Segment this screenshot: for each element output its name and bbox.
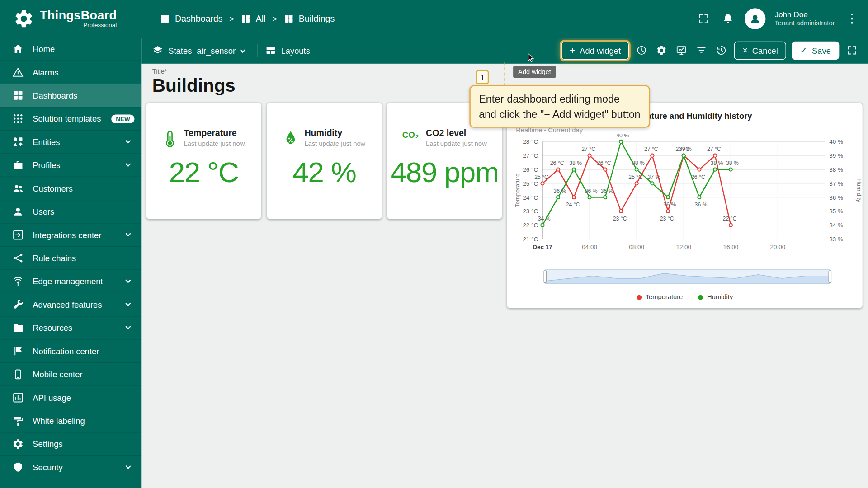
sidebar-item-entities[interactable]: Entities (0, 130, 141, 153)
svg-text:36 %: 36 % (829, 194, 843, 201)
time-window-button[interactable] (635, 43, 649, 58)
svg-text:24 °C: 24 °C (523, 194, 538, 201)
app-logo[interactable]: ThingsBoard Professional (0, 8, 141, 29)
sidebar-item-label: Alarms (33, 67, 134, 77)
cancel-button[interactable]: × Cancel (734, 41, 786, 59)
svg-text:38 %: 38 % (710, 160, 723, 166)
breadcrumb-item-dashboards[interactable]: Dashboards (160, 14, 223, 23)
svg-text:36 %: 36 % (695, 202, 708, 208)
sidebar-item-alarms[interactable]: Alarms (0, 60, 141, 83)
legend-item-temperature[interactable]: Temperature (637, 293, 683, 301)
version-control-button[interactable] (714, 43, 729, 58)
chevron-down-icon (125, 301, 131, 306)
sidebar-item-users[interactable]: Users (0, 200, 141, 223)
breadcrumb-item-buildings[interactable]: Buildings (284, 14, 335, 23)
sidebar-item-solution-templates[interactable]: Solution templatesNEW (0, 107, 141, 130)
svg-text:33 %: 33 % (829, 236, 843, 243)
settings-icon (12, 438, 24, 450)
sidebar-item-edge-management[interactable]: Edge management (0, 269, 141, 292)
sidebar-item-mobile-center[interactable]: Mobile center (0, 362, 141, 385)
add-widget-label: Add widget (580, 46, 621, 55)
sidebar-item-dashboards[interactable]: Dashboards (0, 84, 141, 107)
svg-text:40 %: 40 % (616, 134, 629, 138)
legend-dot-icon (698, 295, 703, 300)
sidebar-item-customers[interactable]: Customers (0, 177, 141, 200)
svg-text:34 %: 34 % (538, 216, 551, 222)
tutorial-callout: Enter dashboard editing mode and click t… (469, 85, 650, 128)
entities-icon (12, 136, 24, 148)
notification-icon (12, 345, 24, 357)
sidebar-item-label: Security (33, 463, 117, 472)
sidebar-item-security[interactable]: Security (0, 455, 141, 479)
chart-legend: TemperatureHumidity (507, 293, 863, 301)
svg-text:16:00: 16:00 (723, 244, 738, 250)
widget-card-humidity[interactable]: HumidityLast update just now42 % (267, 103, 382, 219)
widget-value: 489 ppm (387, 155, 502, 188)
svg-text:36 %: 36 % (585, 188, 598, 194)
sidebar-item-notification-center[interactable]: Notification center (0, 339, 141, 362)
breadcrumb: Dashboards>All>Buildings (160, 14, 335, 23)
sidebar-item-resources[interactable]: Resources (0, 316, 141, 339)
legend-label: Temperature (646, 293, 683, 301)
svg-text:26 °C: 26 °C (550, 160, 564, 166)
svg-text:08:00: 08:00 (629, 244, 644, 250)
sidebar-item-settings[interactable]: Settings (0, 432, 141, 455)
toolbar-fullscreen-button[interactable] (845, 43, 859, 58)
breadcrumb-separator: > (272, 14, 277, 23)
svg-text:Dec 17: Dec 17 (533, 244, 552, 250)
widget-value: 42 % (267, 155, 382, 188)
user-name: John Doe (774, 9, 835, 19)
sidebar-item-integrations-center[interactable]: Integrations center (0, 223, 141, 246)
dashboard-settings-button[interactable] (655, 43, 669, 58)
app-edition: Professional (40, 22, 117, 28)
filters-button[interactable] (694, 43, 709, 58)
avatar[interactable] (745, 8, 766, 29)
svg-text:25 °C: 25 °C (628, 174, 642, 180)
widget-card-thermometer[interactable]: TemperatureLast update just now22 °C (146, 103, 261, 219)
svg-text:26 °C: 26 °C (523, 166, 538, 173)
widget-card-titles: HumidityLast update just now (304, 128, 365, 148)
sidebar-item-home[interactable]: Home (0, 37, 141, 60)
layouts-button[interactable]: Layouts (259, 40, 316, 60)
sidebar-item-profiles[interactable]: Profiles (0, 153, 141, 176)
notifications-button[interactable] (720, 11, 736, 26)
sidebar-item-api-usage[interactable]: API usage (0, 385, 141, 408)
title-label: Title* (152, 67, 167, 75)
callout-line1: Enter dashboard editing mode (479, 91, 640, 107)
filter-icon (696, 45, 707, 56)
legend-item-humidity[interactable]: Humidity (698, 293, 733, 301)
sidebar-item-label: Notification center (33, 347, 134, 356)
save-button[interactable]: ✓ Save (792, 41, 839, 59)
sidebar-item-label: Solution templates (33, 114, 103, 123)
svg-text:38 %: 38 % (569, 160, 582, 166)
sidebar-item-label: Profiles (33, 160, 117, 170)
widget-subtitle: Last update just now (184, 140, 245, 148)
svg-text:23 °C: 23 °C (613, 216, 627, 222)
security-icon (12, 461, 24, 473)
fullscreen-button[interactable] (696, 11, 712, 26)
app-name: ThingsBoard (40, 9, 117, 22)
mobile-icon (12, 369, 24, 380)
page-title[interactable]: Buildings (152, 75, 236, 97)
humidity-icon (283, 130, 298, 146)
svg-text:04:00: 04:00 (582, 244, 597, 250)
svg-text:Temperature: Temperature (515, 173, 521, 207)
chart-widget[interactable]: Temperature and Humidity history Realtim… (507, 103, 863, 308)
breadcrumb-item-all[interactable]: All (241, 14, 266, 23)
sidebar-item-label: Advanced features (33, 300, 117, 310)
widget-card-header: HumidityLast update just now (267, 128, 382, 148)
widget-subtitle: Last update just now (304, 140, 365, 148)
add-widget-button[interactable]: + Add widget (561, 41, 629, 59)
gear-icon (656, 45, 667, 56)
sidebar-item-white-labeling[interactable]: White labeling (0, 409, 141, 432)
sidebar-item-label: Rule chains (33, 253, 134, 263)
chevron-down-icon (240, 47, 245, 52)
sidebar-item-rule-chains[interactable]: Rule chains (0, 246, 141, 269)
sidebar-item-advanced-features[interactable]: Advanced features (0, 293, 141, 316)
states-select[interactable]: States air_sensor (146, 40, 254, 60)
more-menu-button[interactable]: ⋮ (844, 13, 860, 25)
rule-chains-icon (12, 252, 24, 264)
manage-layouts-button[interactable] (675, 43, 689, 58)
profiles-icon (12, 160, 24, 171)
chart-navigator[interactable] (543, 268, 831, 287)
